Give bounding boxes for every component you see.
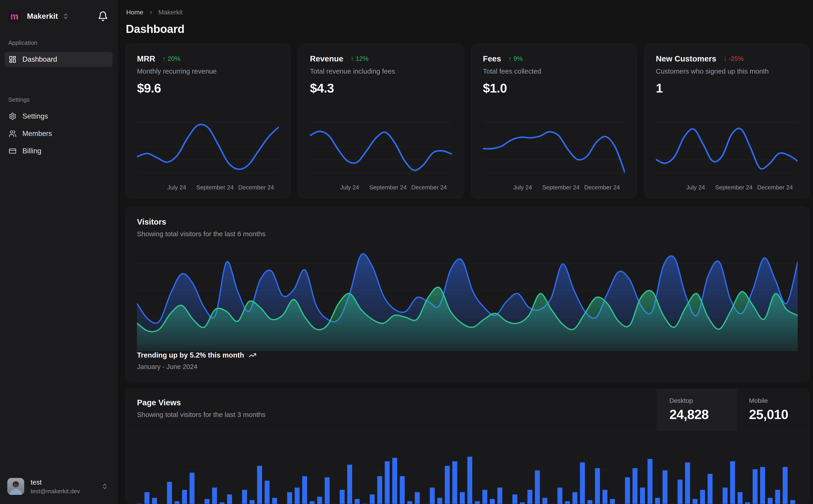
- visitors-trend-text: Trending up by 5.2% this month: [137, 351, 244, 359]
- makerkit-logo: m: [8, 10, 21, 22]
- x-axis-ticks: July 24September 24December 24: [310, 182, 452, 194]
- mobile-label: Mobile: [749, 397, 809, 404]
- gear-icon: [9, 112, 16, 120]
- sidebar-header: m Makerkit: [0, 10, 117, 22]
- breadcrumb-current: Makerkit: [158, 9, 183, 16]
- stat-card-fees: Fees ↑9% Total fees collected $1.0 July …: [471, 44, 637, 198]
- breadcrumb-home-link[interactable]: Home: [126, 9, 143, 16]
- stat-value: $9.6: [137, 81, 279, 95]
- stat-title: Fees: [483, 54, 501, 63]
- arrow-down-icon: ↓: [724, 55, 727, 62]
- sidebar-item-members[interactable]: Members: [5, 126, 113, 141]
- stat-value: $1.0: [483, 81, 625, 95]
- sidebar-item-settings[interactable]: Settings: [5, 109, 113, 124]
- sidebar-nav: Application Dashboard Settings Settings …: [0, 22, 117, 471]
- stat-title: Revenue: [310, 54, 343, 63]
- makerkit-logo-letter: m: [10, 12, 19, 21]
- stat-subtitle: Total revenue including fees: [310, 67, 452, 75]
- x-axis-ticks: July 24September 24December 24: [656, 182, 798, 194]
- mobile-value: 25,010: [749, 407, 809, 422]
- page-title: Dashboard: [126, 22, 809, 36]
- trend-badge: ↓-25%: [724, 55, 744, 62]
- arrow-up-icon: ↑: [162, 55, 166, 62]
- avatar-placeholder-image: [7, 478, 24, 495]
- notifications-button[interactable]: [98, 11, 108, 21]
- user-name: test: [31, 478, 80, 487]
- main-content: Home Makerkit Dashboard MRR ↑20% Monthly…: [117, 0, 813, 504]
- visitors-date-range: January - June 2024: [137, 363, 798, 371]
- visitors-title: Visitors: [137, 217, 798, 226]
- nav-section-settings: Settings: [5, 96, 113, 103]
- nav-section-application: Application: [5, 39, 113, 46]
- sidebar-item-label: Settings: [22, 112, 48, 120]
- sidebar-item-dashboard[interactable]: Dashboard: [5, 52, 113, 67]
- stat-value: 1: [656, 81, 798, 95]
- page-views-toggle-group: Desktop 24,828 Mobile 25,010: [657, 389, 809, 430]
- x-axis-ticks: July 24September 24December 24: [137, 182, 279, 194]
- stat-title: MRR: [137, 54, 155, 63]
- desktop-toggle[interactable]: Desktop 24,828: [657, 389, 736, 430]
- revenue-sparkline-chart: [310, 118, 452, 179]
- trend-badge: ↑12%: [351, 55, 368, 62]
- chevrons-up-down-icon: [101, 483, 108, 490]
- user-info: test test@makerkit.dev: [31, 478, 80, 495]
- stat-card-mrr: MRR ↑20% Monthly recurring revenue $9.6 …: [125, 44, 291, 198]
- page-views-bar-chart: [137, 430, 798, 504]
- breadcrumb: Home Makerkit: [126, 9, 809, 16]
- arrow-up-icon: ↑: [351, 55, 354, 62]
- sidebar-item-label: Dashboard: [22, 55, 57, 64]
- stat-subtitle: Total fees collected: [483, 67, 625, 75]
- visitors-footer: Trending up by 5.2% this month January -…: [137, 351, 798, 371]
- user-menu[interactable]: test test@makerkit.dev: [0, 471, 117, 504]
- page-views-card: Page Views Showing total visitors for th…: [125, 389, 809, 504]
- mrr-sparkline-chart: [137, 118, 279, 179]
- visitors-area-chart: [137, 248, 798, 351]
- workspace-name: Makerkit: [27, 12, 58, 21]
- sidebar-item-label: Members: [22, 130, 52, 138]
- sidebar: m Makerkit Application Dashboard Setting…: [0, 0, 117, 504]
- stat-card-revenue: Revenue ↑12% Total revenue including fee…: [298, 44, 463, 198]
- stat-subtitle: Monthly recurring revenue: [137, 67, 279, 75]
- credit-card-icon: [9, 147, 16, 155]
- user-email: test@makerkit.dev: [31, 488, 80, 495]
- stat-subtitle: Customers who signed up this month: [656, 67, 798, 75]
- fees-sparkline-chart: [483, 118, 625, 179]
- x-axis-ticks: July 24September 24December 24: [483, 182, 625, 194]
- page-views-subtitle: Showing total visitors for the last 3 mo…: [137, 411, 657, 419]
- sidebar-item-billing[interactable]: Billing: [5, 143, 113, 159]
- visitors-card: Visitors Showing total visitors for the …: [125, 207, 809, 381]
- trending-up-icon: [249, 351, 256, 359]
- stat-cards-row: MRR ↑20% Monthly recurring revenue $9.6 …: [125, 44, 809, 198]
- trend-badge: ↑20%: [162, 55, 180, 62]
- page-views-title: Page Views: [137, 398, 657, 407]
- visitors-subtitle: Showing total visitors for the last 6 mo…: [137, 230, 798, 238]
- dashboard-grid-icon: [9, 56, 16, 63]
- users-icon: [9, 130, 16, 138]
- arrow-up-icon: ↑: [508, 55, 511, 62]
- chevrons-up-down-icon: [62, 13, 69, 20]
- stat-card-new-customers: New Customers ↓-25% Customers who signed…: [644, 44, 809, 198]
- workspace-selector[interactable]: m Makerkit: [8, 10, 69, 22]
- stat-value: $4.3: [310, 81, 452, 95]
- page-views-header: Page Views Showing total visitors for th…: [125, 389, 809, 430]
- bell-icon: [98, 11, 108, 21]
- mobile-toggle[interactable]: Mobile 25,010: [736, 389, 809, 430]
- user-avatar: [7, 478, 24, 495]
- chevron-right-icon: [148, 9, 154, 15]
- sidebar-item-label: Billing: [22, 147, 41, 155]
- trend-badge: ↑9%: [508, 55, 522, 62]
- desktop-value: 24,828: [669, 407, 736, 422]
- desktop-label: Desktop: [669, 397, 736, 404]
- stat-title: New Customers: [656, 54, 717, 63]
- customers-sparkline-chart: [656, 118, 798, 179]
